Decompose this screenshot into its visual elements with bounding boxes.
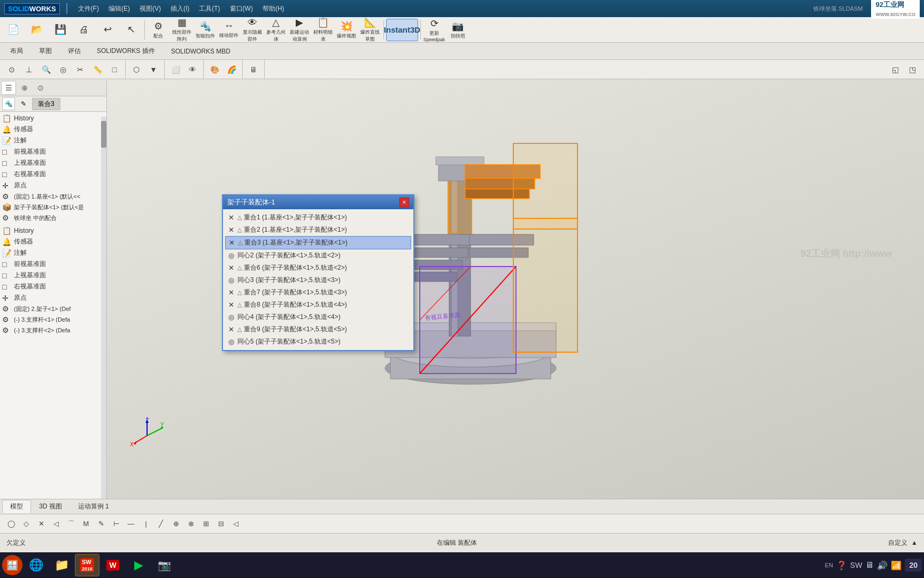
feature-row-9[interactable]: ✕ △ 重合9 (架子子装配体<1>,5.轨道<5>): [225, 323, 411, 336]
pmate-button[interactable]: ⚙配合: [147, 19, 170, 41]
status-right[interactable]: 自定义 ▲: [888, 538, 918, 547]
show-hide-button[interactable]: 👁显示隐藏部件: [241, 19, 264, 41]
bom-button[interactable]: 📋材料明细表: [312, 19, 334, 41]
player-button[interactable]: ▶: [126, 554, 151, 576]
snapshot-button[interactable]: 📷拍快照: [446, 19, 469, 41]
feature-row-6[interactable]: ✕ △ 重合7 (架子子装配体<1>,5.轨道<3>): [225, 286, 411, 299]
feature-row-4[interactable]: ✕ △ 重合6 (架子子装配体<1>,5.轨道<2>): [225, 262, 411, 274]
view-trim-btn[interactable]: ✂: [73, 62, 88, 77]
tree-item-rack1[interactable]: ⚙ (固定) 2.架子<1> (Def: [0, 303, 106, 314]
wps-button[interactable]: W: [101, 554, 125, 576]
network-icon[interactable]: 📶: [891, 560, 902, 571]
menu-view[interactable]: 视图(V): [135, 3, 165, 14]
sketch-btn-12[interactable]: ⊗: [184, 517, 198, 531]
tree-item-origin1[interactable]: ✛ 原点: [0, 180, 106, 191]
tab-layout[interactable]: 布局: [2, 44, 31, 58]
smart-fastener-button[interactable]: 🔩智能扣件: [194, 19, 217, 41]
feature-row-1[interactable]: ✕ △ 重合2 (1.基座<1>,架子子装配体<1>): [225, 224, 411, 236]
linear-array-button[interactable]: ▦线性部件阵列: [171, 19, 193, 41]
sketch-btn-10[interactable]: ╱: [154, 517, 168, 531]
sw-button[interactable]: SW2016: [75, 554, 99, 576]
panel-icon1[interactable]: 🔩: [2, 97, 15, 110]
new-motion-button[interactable]: ▶新建运动动算例: [288, 19, 311, 41]
view-hide-btn[interactable]: □: [107, 62, 122, 77]
materials-btn[interactable]: 🌈: [224, 62, 239, 77]
tree-item-history2[interactable]: 📋 History: [0, 225, 106, 236]
sketch-btn-0[interactable]: ◯: [4, 517, 18, 531]
explorer-button[interactable]: 📁: [49, 554, 74, 576]
speaker-icon[interactable]: 🔊: [877, 560, 888, 571]
tree-item-origin2[interactable]: ✛ 原点: [0, 292, 106, 303]
menu-tools[interactable]: 工具(T): [195, 3, 224, 14]
feature-row-2[interactable]: ✕ △ 重合3 (1.基座<1>,架子子装配体<1>): [225, 236, 411, 249]
explode-line-button[interactable]: 📐爆炸直线草图: [359, 19, 381, 41]
sketch-btn-2[interactable]: ✕: [34, 517, 48, 531]
expand-btn1[interactable]: ◱: [888, 62, 903, 77]
tree-item-mates[interactable]: ⚙ 铁球坐 中的配合: [0, 212, 106, 223]
left-panel-scrollbar[interactable]: [101, 117, 106, 499]
sketch-btn-13[interactable]: ⊞: [199, 517, 213, 531]
lp-tab-view[interactable]: ⊙: [33, 81, 48, 95]
tab-model[interactable]: 模型: [2, 500, 31, 513]
tree-item-right-plane1[interactable]: □ 右视基准面: [0, 169, 106, 180]
viewport[interactable]: 92工业网 http://www: [107, 79, 924, 499]
lp-tab-list[interactable]: ☰: [1, 81, 16, 95]
ie-button[interactable]: 🌐: [24, 554, 48, 576]
tree-item-front-plane1[interactable]: □ 前视基准面: [0, 146, 106, 157]
tree-item-front-plane2[interactable]: □ 前视基准面: [0, 258, 106, 270]
expand-btn2[interactable]: ◳: [905, 62, 920, 77]
panel-icon2[interactable]: ✎: [17, 97, 30, 110]
menu-insert[interactable]: 插入(I): [166, 3, 194, 14]
tab-sketch[interactable]: 草图: [31, 44, 60, 58]
menu-window[interactable]: 窗口(W): [226, 3, 257, 14]
feature-row-3[interactable]: ◎ 同心2 (架子子装配体<1>,5.轨道<2>): [225, 249, 411, 262]
view-section-btn[interactable]: ⊥: [21, 62, 36, 77]
sketch-btn-4[interactable]: ⌒: [64, 517, 78, 531]
display-style-btn[interactable]: 🎨: [207, 62, 222, 77]
view-select-btn[interactable]: ◎: [56, 62, 71, 77]
monitor-icon[interactable]: 🖥: [865, 560, 874, 570]
sketch-btn-1[interactable]: ◇: [19, 517, 33, 531]
feature-row-8[interactable]: ◎ 同心4 (架子子装配体<1>,5.轨道<4>): [225, 311, 411, 323]
feature-row-10[interactable]: ◎ 同心5 (架子子装配体<1>,5.轨道<5>): [225, 336, 411, 348]
select-button[interactable]: ↖: [120, 19, 142, 41]
view-3d-btn[interactable]: ⬡: [129, 62, 144, 77]
camera-button[interactable]: 📷: [152, 554, 176, 576]
feature-row-0[interactable]: ✕ △ 重合1 (1.基座<1>,架子子装配体<1>): [225, 211, 411, 224]
view-orient-btn[interactable]: ⊙: [4, 62, 19, 77]
print-button[interactable]: 🖨: [73, 19, 95, 41]
feature-row-7[interactable]: ✕ △ 重合8 (架子子装配体<1>,5.轨道<4>): [225, 299, 411, 311]
tree-item-subasm1[interactable]: 📦 架子子装配体<1> (默认<是: [0, 202, 106, 212]
sketch-btn-5[interactable]: M: [79, 517, 93, 531]
scroll-thumb[interactable]: [101, 121, 106, 148]
tree-item-support2[interactable]: ⚙ (-) 3.支撑杆<2> (Defa: [0, 325, 106, 336]
explode-view-button[interactable]: 💥爆炸视图: [335, 19, 358, 41]
open-button[interactable]: 📂: [26, 19, 48, 41]
sketch-btn-6[interactable]: ✎: [94, 517, 108, 531]
feature-dialog-close[interactable]: ×: [399, 197, 409, 207]
view-magnify-btn[interactable]: 🔍: [38, 62, 53, 77]
tree-item-support1[interactable]: ⚙ (-) 3.支撑杆<1> (Defa: [0, 314, 106, 325]
feature-row-5[interactable]: ◎ 同心3 (架子子装配体<1>,5.轨道<3>): [225, 274, 411, 286]
menu-edit[interactable]: 编辑(E): [104, 3, 134, 14]
tree-item-top-plane1[interactable]: □ 上视基准面: [0, 157, 106, 169]
sketch-btn-15[interactable]: ◁: [229, 517, 243, 531]
tree-item-top-plane2[interactable]: □ 上视基准面: [0, 270, 106, 281]
menu-file[interactable]: 文件(F): [74, 3, 103, 14]
help-icon[interactable]: ❓: [836, 560, 847, 571]
tree-item-sensor1[interactable]: 🔔 传感器: [0, 124, 106, 135]
tab-motion[interactable]: 运动算例 1: [70, 500, 117, 513]
save-button[interactable]: 💾: [49, 19, 72, 41]
lp-tab-component[interactable]: ⊕: [17, 81, 32, 95]
sketch-btn-8[interactable]: —: [124, 517, 138, 531]
tree-item-annotation1[interactable]: 📝 注解: [0, 135, 106, 146]
view-settings-btn[interactable]: 👁: [185, 62, 200, 77]
speedpak-button[interactable]: ⟳更新Speedpak: [423, 19, 445, 41]
tree-item-sensor2[interactable]: 🔔 传感器: [0, 236, 106, 247]
tab-evaluate[interactable]: 评估: [60, 44, 89, 58]
monitor-btn[interactable]: 🖥: [246, 62, 261, 77]
sketch-btn-9[interactable]: |: [139, 517, 153, 531]
sketch-btn-14[interactable]: ⊟: [214, 517, 228, 531]
undo-button[interactable]: ↩: [96, 19, 119, 41]
menu-help[interactable]: 帮助(H): [258, 3, 289, 14]
